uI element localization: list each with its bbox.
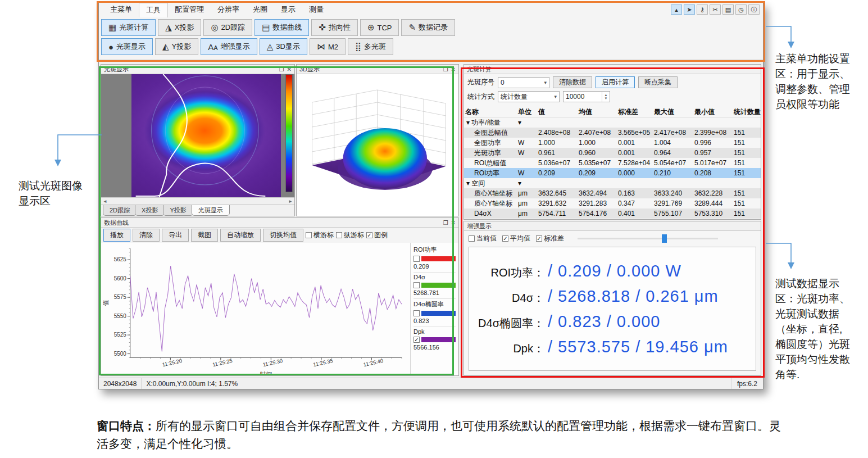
curve-checkbox-纵游标[interactable]: 纵游标 xyxy=(336,230,364,240)
app-window: 主菜单工具配置管理分辨率光圈显示测量 ▴➤⚷✂▤◷ⓘ ▦光斑计算◮X投影◎2D跟… xyxy=(98,2,764,389)
table-row-质心Y轴坐标[interactable]: 质心Y轴坐标μm3291.6323291.2830.3473291.769328… xyxy=(464,198,761,208)
cut-layout-icon[interactable]: ✂ xyxy=(710,4,721,15)
arrow-to-image-note xyxy=(53,130,103,173)
close-icon[interactable]: ✕ xyxy=(451,220,456,226)
curve-button-清除[interactable]: 清除 xyxy=(133,229,160,242)
enable-calc-button[interactable]: 启用计算 xyxy=(596,76,635,88)
table-row-D4σX[interactable]: D4σXμm5754.7115754.1760.4015755.1075753.… xyxy=(464,208,761,219)
menu-tab-工具[interactable]: 工具 xyxy=(139,3,168,17)
curve-button-截图[interactable]: 截图 xyxy=(191,229,218,242)
enhanced-titlebar: 增强显示 xyxy=(464,221,761,231)
beam-image-area[interactable] xyxy=(101,74,294,197)
table-row-质心X轴坐标[interactable]: 质心X轴坐标μm3632.6453632.4940.1633633.240363… xyxy=(464,188,761,198)
scroll-left-icon[interactable]: ◄ xyxy=(103,199,107,204)
view-3d-canvas[interactable] xyxy=(297,74,458,216)
legend-checkbox[interactable] xyxy=(413,256,420,262)
data-curve-button[interactable]: ▤数据曲线 xyxy=(255,19,309,36)
beam-tab-X投影[interactable]: X投影 xyxy=(135,205,165,216)
row-cell: 2.417e+08 xyxy=(653,129,693,137)
beam-horizontal-scrollbar[interactable]: ◄ ► xyxy=(101,197,294,205)
menu-tab-光圈[interactable]: 光圈 xyxy=(246,3,274,17)
enhanced-label: Dpk： xyxy=(469,341,544,356)
menu-tab-主菜单[interactable]: 主菜单 xyxy=(103,3,139,17)
curve-button-播放[interactable]: 播放 xyxy=(103,229,130,242)
close-icon[interactable]: ✕ xyxy=(287,66,292,72)
seq-combobox[interactable]: 0▾ xyxy=(498,77,549,88)
menu-tab-配置管理[interactable]: 配置管理 xyxy=(168,3,211,17)
table-row-全图总幅值[interactable]: 全图总幅值2.408e+082.407e+083.565e+052.417e+0… xyxy=(464,128,761,138)
table-row-光斑功率[interactable]: 光斑功率W0.9610.9600.0010.9640.957151 xyxy=(464,148,761,158)
scroll-right-icon[interactable]: ► xyxy=(288,199,293,204)
table-group-row-空间[interactable]: ▾ 空间▾ xyxy=(464,178,761,188)
enhanced-display-button[interactable]: Aᴀ增强显示 xyxy=(201,38,257,55)
menu-tab-显示[interactable]: 显示 xyxy=(274,3,302,17)
legend-name: D4σ xyxy=(413,274,456,280)
curve-checkbox-图例[interactable]: ✓图例 xyxy=(366,230,388,240)
legend-checkbox[interactable] xyxy=(413,282,420,288)
float-icon[interactable]: ❐ xyxy=(443,66,448,72)
enhanced-label: ROI功率： xyxy=(469,265,544,280)
beam-tab-光斑显示[interactable]: 光斑显示 xyxy=(192,205,230,216)
intensity-colorbar xyxy=(285,74,293,192)
table-row-ROI功率[interactable]: ROI功率W0.2090.2090.0000.2100.208151 xyxy=(464,168,761,178)
font-size-slider[interactable] xyxy=(578,238,718,239)
info-icon[interactable]: ⓘ xyxy=(748,4,760,15)
menu-tab-分辨率[interactable]: 分辨率 xyxy=(211,3,246,17)
file-icon[interactable]: ▤ xyxy=(722,4,734,15)
curve-checkbox-横游标[interactable]: 横游标 xyxy=(306,230,334,240)
3d-display-button[interactable]: ◬3D显示 xyxy=(260,38,307,55)
beam-tab-Y投影[interactable]: Y投影 xyxy=(163,205,193,216)
stat-count-spinner[interactable]: 10000 ▲▼ xyxy=(563,91,610,102)
data-record-button[interactable]: ✎数据记录 xyxy=(401,19,455,36)
pointing-button[interactable]: ✜指向性 xyxy=(311,19,358,36)
legend-checkbox[interactable] xyxy=(413,310,420,316)
y-projection-button[interactable]: ◭Y投影 xyxy=(155,38,198,55)
group-expander[interactable]: ▾ 功率/能量 xyxy=(464,118,517,128)
x-projection-button[interactable]: ◮X投影 xyxy=(158,19,201,36)
tcp-button[interactable]: ⊕TCP xyxy=(360,19,399,36)
beam-display-button[interactable]: ●光斑显示 xyxy=(101,38,153,55)
data-curve-panel: 数据曲线 ❐ ✕ 播放清除导出截图自动缩放切换均值横游标纵游标✓图例 55005… xyxy=(101,217,459,376)
slider-handle[interactable] xyxy=(662,234,667,243)
curve-button-自动缩放[interactable]: 自动缩放 xyxy=(220,229,261,242)
enhanced-value: / 0.209 / 0.000 W xyxy=(548,262,739,280)
row-cell: 3291.283 xyxy=(578,199,617,207)
table-header-cell: 均值 xyxy=(578,107,617,117)
curve-chart-area[interactable]: 55005525555055755600562511:25:2011:25:25… xyxy=(101,243,410,376)
row-cell: 2.407e+08 xyxy=(578,129,617,137)
2d-tracking-button[interactable]: ◎2D跟踪 xyxy=(203,19,252,36)
multi-beam-button[interactable]: ⣿多光斑 xyxy=(348,38,393,55)
curve-button-导出[interactable]: 导出 xyxy=(162,229,189,242)
checkbox-icon xyxy=(336,232,342,238)
group-filter-icon[interactable]: ▾ xyxy=(517,119,537,126)
3d-display-button-icon: ◬ xyxy=(267,42,274,52)
m2-button[interactable]: ⋈M2 xyxy=(310,38,346,55)
table-row-全图功率[interactable]: 全图功率W1.0001.0000.0011.0040.996151 xyxy=(464,138,761,148)
stat-mode-combobox[interactable]: 统计数量▾ xyxy=(498,91,560,102)
enhanced-checkbox-标准差[interactable]: ✓标准差 xyxy=(536,234,564,243)
enhanced-checkbox-当前值[interactable]: 当前值 xyxy=(469,234,497,243)
menu-tab-测量[interactable]: 测量 xyxy=(302,3,330,17)
group-expander[interactable]: ▾ 空间 xyxy=(464,179,517,188)
row-cell: 151 xyxy=(733,139,761,147)
float-icon[interactable]: ❐ xyxy=(279,66,284,72)
float-icon[interactable]: ❐ xyxy=(443,220,448,226)
table-row-ROI总幅值[interactable]: ROI总幅值5.036e+075.035e+077.528e+045.054e+… xyxy=(464,158,761,168)
legend-checkbox[interactable]: ✓ xyxy=(413,337,420,343)
group-filter-icon[interactable]: ▾ xyxy=(517,179,537,187)
clear-data-button[interactable]: 清除数据 xyxy=(553,76,592,88)
close-icon[interactable]: ✕ xyxy=(451,66,456,72)
lock-icon[interactable]: ⚷ xyxy=(697,4,708,15)
beam-calc-button[interactable]: ▦光斑计算 xyxy=(101,19,156,36)
beam-tab-2D跟踪[interactable]: 2D跟踪 xyxy=(103,205,137,216)
checkbox-label: 纵游标 xyxy=(344,230,364,240)
legend-value: 5566.156 xyxy=(413,344,456,351)
pin-icon[interactable]: ➤ xyxy=(684,4,695,15)
curve-button-切换均值[interactable]: 切换均值 xyxy=(263,229,303,242)
breakpoint-capture-button[interactable]: 断点采集 xyxy=(638,76,678,88)
table-group-row-功率/能量[interactable]: ▾ 功率/能量▾ xyxy=(464,117,761,128)
collapse-icon[interactable]: ▴ xyxy=(671,4,682,15)
enhanced-checkbox-平均值[interactable]: ✓平均值 xyxy=(502,234,530,243)
svg-text:时间: 时间 xyxy=(260,371,272,376)
help-icon[interactable]: ◷ xyxy=(735,4,747,15)
